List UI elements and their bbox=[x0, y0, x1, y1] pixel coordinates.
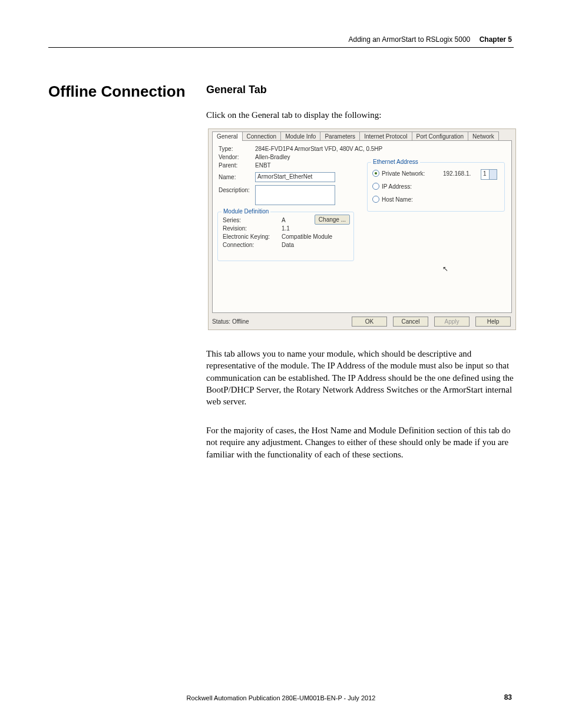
host-name-label: Host Name: bbox=[382, 196, 413, 203]
name-label: Name: bbox=[219, 174, 236, 180]
ip-address-label: IP Address: bbox=[382, 183, 412, 190]
revision-label: Revision: bbox=[223, 225, 247, 232]
chapter-label: Chapter 5 bbox=[480, 35, 512, 44]
change-button[interactable]: Change ... bbox=[315, 215, 350, 225]
ethernet-address-legend: Ethernet Address bbox=[371, 159, 420, 165]
help-button[interactable]: Help bbox=[475, 317, 511, 327]
connection-label: Connection: bbox=[223, 242, 254, 248]
private-network-spin[interactable]: 1 bbox=[481, 169, 497, 180]
intro-text: Click on the General tab to display the … bbox=[206, 109, 513, 121]
tab-parameters[interactable]: Parameters bbox=[320, 131, 360, 141]
ip-address-radio[interactable]: IP Address: bbox=[372, 183, 412, 190]
private-network-radio[interactable]: Private Network: bbox=[372, 170, 425, 177]
page-number: 83 bbox=[504, 693, 512, 701]
spin-value: 1 bbox=[483, 170, 487, 177]
tab-internet[interactable]: Internet Protocol bbox=[359, 131, 412, 141]
series-label: Series: bbox=[223, 217, 241, 223]
status-text: Status: Offline bbox=[212, 318, 249, 325]
desc-input[interactable] bbox=[255, 185, 335, 205]
header-rule bbox=[48, 47, 514, 48]
series-value: A bbox=[282, 217, 286, 223]
cursor-icon: ↖ bbox=[442, 265, 448, 273]
vendor-value: Allen-Bradley bbox=[255, 154, 290, 160]
vendor-label: Vendor: bbox=[219, 154, 239, 160]
body-paragraph-1: This tab allows you to name your module,… bbox=[206, 348, 514, 407]
radio-dot-icon bbox=[372, 183, 379, 190]
module-definition-legend: Module Definition bbox=[222, 208, 270, 215]
private-network-value: 192.168.1. bbox=[443, 170, 471, 177]
subsection-heading: General Tab bbox=[206, 84, 267, 96]
host-name-radio[interactable]: Host Name: bbox=[372, 196, 413, 203]
tab-port-config[interactable]: Port Configuration bbox=[412, 131, 469, 141]
ethernet-address-group: Ethernet Address Private Network: 192.16… bbox=[367, 162, 505, 212]
name-input[interactable]: ArmorStart_EtherNet bbox=[255, 172, 335, 182]
apply-button: Apply bbox=[434, 317, 470, 327]
radio-dot-icon bbox=[372, 196, 379, 203]
section-heading: Offline Connection bbox=[48, 83, 186, 101]
tab-connection[interactable]: Connection bbox=[242, 131, 282, 141]
type-label: Type: bbox=[219, 146, 233, 152]
keying-label: Electronic Keying: bbox=[223, 233, 270, 240]
ok-button[interactable]: OK bbox=[352, 317, 387, 327]
type-value: 284E-FVD1P4 ArmorStart VFD, 480V AC, 0.5… bbox=[255, 146, 382, 152]
revision-value: 1.1 bbox=[282, 225, 290, 232]
footer-text: Rockwell Automation Publication 280E-UM0… bbox=[0, 694, 562, 701]
running-head: Adding an ArmorStart to RSLogix 5000 Cha… bbox=[349, 35, 513, 44]
desc-label: Description: bbox=[219, 187, 250, 193]
breadcrumb-text: Adding an ArmorStart to RSLogix 5000 bbox=[349, 35, 471, 44]
module-definition-group: Module Definition Series: A Revision: 1.… bbox=[217, 212, 354, 261]
tab-general[interactable]: General bbox=[212, 131, 243, 141]
connection-value: Data bbox=[282, 242, 294, 248]
parent-value: ENBT bbox=[255, 162, 271, 169]
radio-dot-icon bbox=[372, 170, 379, 177]
cancel-button[interactable]: Cancel bbox=[393, 317, 428, 327]
tab-module-info[interactable]: Module Info bbox=[280, 131, 320, 141]
tab-bar: General Connection Module Info Parameter… bbox=[212, 130, 512, 141]
parent-label: Parent: bbox=[219, 162, 237, 169]
button-row: OK Cancel Apply Help bbox=[352, 317, 511, 327]
body-paragraph-2: For the majority of cases, the Host Name… bbox=[206, 424, 514, 460]
tab-network[interactable]: Network bbox=[468, 131, 499, 141]
private-network-label: Private Network: bbox=[382, 170, 425, 177]
dialog-screenshot: General Connection Module Info Parameter… bbox=[208, 129, 516, 330]
tab-body: Type: 284E-FVD1P4 ArmorStart VFD, 480V A… bbox=[212, 140, 512, 313]
keying-value: Compatible Module bbox=[282, 233, 332, 240]
